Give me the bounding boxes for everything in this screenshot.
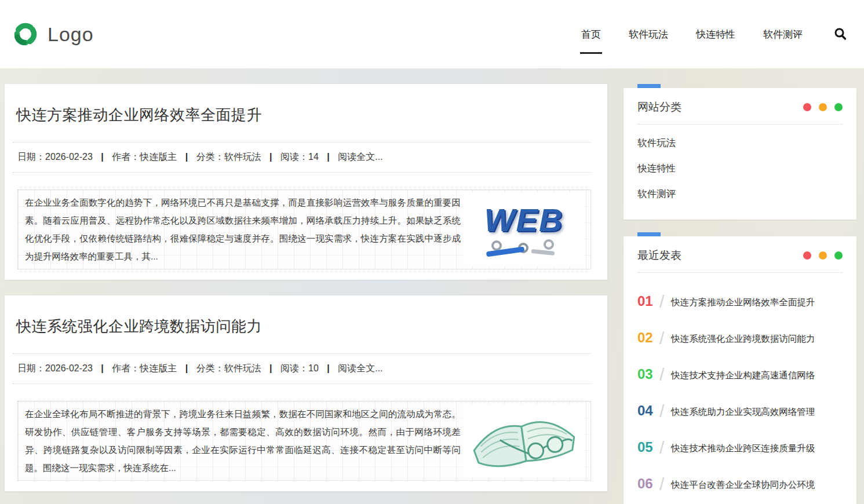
meta-separator: | [327,152,329,162]
green-dot-icon [834,103,843,111]
category-link[interactable]: 软件玩法 [224,152,261,162]
green-dot-icon [834,251,843,260]
author-label: 作者： [112,363,140,373]
categories-widget: 网站分类 软件玩法 快连特性 软件测评 [624,84,856,220]
meta-separator: | [101,152,103,162]
red-dot-icon [803,103,811,111]
site-header: Logo 首页 软件玩法 快连特性 软件测评 [0,0,864,68]
date-value: 2026-02-23 [45,363,93,373]
views-value: 14 [308,152,319,162]
views-label: 阅读： [280,152,308,162]
post-meta: 日期：2026-02-23 | 作者：快连版主 | 分类：软件玩法 | 阅读：1… [13,142,591,173]
web-3d-image: WEB [463,193,585,266]
slash-divider: / [659,293,664,311]
views-value: 10 [308,363,319,373]
date-label: 日期： [17,363,45,373]
category-link[interactable]: 软件玩法 [224,363,261,373]
orange-dot-icon [819,251,827,260]
recent-post-title[interactable]: 快连方案推动企业网络效率全面提升 [671,293,815,309]
recent-post-2[interactable]: 02 / 快连系统强化企业跨境数据访问能力 [637,330,843,347]
slash-divider: / [659,330,664,347]
author-value: 快连版主 [140,363,177,373]
recent-rank: 05 [637,439,657,455]
logo-swirl-icon [12,20,39,48]
post-excerpt: 在企业全球化布局不断推进的背景下，跨境业务往来日益频繁，数据在不同国家和地区之间… [25,405,461,477]
read-more-link[interactable]: 阅读全文... [338,152,382,162]
author-label: 作者： [112,152,140,162]
sidebar: 网站分类 软件玩法 快连特性 软件测评 最近发表 [624,84,856,504]
main-nav: 首页 软件玩法 快连特性 软件测评 [580,24,848,45]
recent-post-list: 01 / 快连方案推动企业网络效率全面提升 02 / 快连系统强化企业跨境数据访… [637,273,843,504]
web-word-graphic: WEB [484,204,564,236]
page-body: 快连方案推动企业网络效率全面提升 日期：2026-02-23 | 作者：快连版主… [0,68,864,504]
post-title[interactable]: 快连系统强化企业跨境数据访问能力 [16,316,591,337]
meta-separator: | [269,152,272,162]
widget-accent-tab [637,84,661,88]
slash-divider: / [659,403,664,420]
search-icon[interactable] [833,27,848,42]
category-label: 分类： [196,363,224,373]
post-meta: 日期：2026-02-23 | 作者：快连版主 | 分类：软件玩法 | 阅读：1… [13,353,591,384]
nav-item-home[interactable]: 首页 [580,24,602,45]
widget-header: 网站分类 [637,100,843,125]
recent-post-3[interactable]: 03 / 快连技术支持企业构建高速通信网络 [637,366,843,384]
recent-post-title[interactable]: 快连平台改善企业全球协同办公环境 [671,476,815,491]
nav-item-software-play[interactable]: 软件玩法 [628,24,669,45]
widget-title: 最近发表 [637,248,681,263]
meta-separator: | [327,363,329,373]
recent-post-title[interactable]: 快连技术支持企业构建高速通信网络 [671,366,815,382]
recent-post-6[interactable]: 06 / 快连平台改善企业全球协同办公环境 [637,476,843,493]
widget-accent-tab [637,232,661,236]
recent-post-1[interactable]: 01 / 快连方案推动企业网络效率全面提升 [637,293,843,311]
recent-rank: 06 [637,476,657,492]
nav-item-features[interactable]: 快连特性 [695,24,737,45]
open-book-image [463,404,585,477]
recent-post-title[interactable]: 快连系统助力企业实现高效网络管理 [671,403,815,418]
slash-divider: / [659,366,664,384]
tools-graphic [480,236,567,257]
post-list: 快连方案推动企业网络效率全面提升 日期：2026-02-23 | 作者：快连版主… [5,84,607,504]
recent-post-4[interactable]: 04 / 快连系统助力企业实现高效网络管理 [637,403,843,420]
logo-text: Logo [48,23,94,46]
recent-rank: 04 [637,403,657,419]
post-excerpt-box: 在企业业务全面数字化的趋势下，网络环境已不再只是基础支撑，而是直接影响运营效率与… [17,189,591,269]
date-label: 日期： [17,152,45,162]
category-label: 分类： [196,152,224,162]
meta-separator: | [185,152,188,162]
recent-rank: 01 [637,293,657,309]
meta-separator: | [269,363,272,373]
post-card-1: 快连方案推动企业网络效率全面提升 日期：2026-02-23 | 作者：快连版主… [5,84,607,280]
author-value: 快连版主 [140,152,177,162]
date-value: 2026-02-23 [45,152,93,162]
slash-divider: / [659,476,664,493]
category-item-features[interactable]: 快连特性 [637,156,843,181]
orange-dot-icon [819,103,827,111]
post-excerpt: 在企业业务全面数字化的趋势下，网络环境已不再只是基础支撑，而是直接影响运营效率与… [25,193,461,265]
red-dot-icon [803,251,811,260]
widget-header: 最近发表 [637,248,843,273]
widget-title: 网站分类 [637,100,681,115]
traffic-dots-icon [803,103,843,111]
views-label: 阅读： [280,363,308,373]
meta-separator: | [185,363,188,373]
category-list: 软件玩法 快连特性 软件测评 [637,125,843,207]
recent-rank: 03 [637,366,657,382]
read-more-link[interactable]: 阅读全文... [338,363,382,373]
category-item-reviews[interactable]: 软件测评 [637,181,843,207]
nav-item-reviews[interactable]: 软件测评 [762,24,804,45]
traffic-dots-icon [803,251,843,260]
brand[interactable]: Logo [12,20,94,48]
slash-divider: / [659,439,664,456]
category-item-software-play[interactable]: 软件玩法 [637,130,843,156]
recent-post-5[interactable]: 05 / 快连技术推动企业跨区连接质量升级 [637,439,843,456]
recent-rank: 02 [637,330,657,346]
meta-separator: | [101,363,103,373]
recent-post-title[interactable]: 快连技术推动企业跨区连接质量升级 [671,439,815,455]
post-title[interactable]: 快连方案推动企业网络效率全面提升 [16,105,591,125]
post-card-2: 快连系统强化企业跨境数据访问能力 日期：2026-02-23 | 作者：快连版主… [5,295,607,491]
recent-post-title[interactable]: 快连系统强化企业跨境数据访问能力 [671,330,815,345]
recent-posts-widget: 最近发表 01 / 快连方案推动企业网络效率全面提升 02 [624,232,856,504]
post-excerpt-box: 在企业全球化布局不断推进的背景下，跨境业务往来日益频繁，数据在不同国家和地区之间… [17,401,591,481]
